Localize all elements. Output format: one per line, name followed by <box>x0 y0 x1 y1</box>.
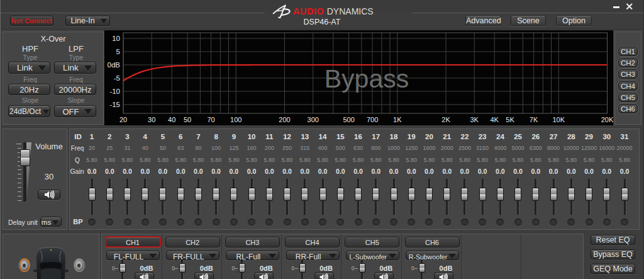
svg-text:50: 50 <box>184 116 191 123</box>
svg-text:-5: -5 <box>114 74 120 82</box>
svg-text:5K: 5K <box>506 116 514 123</box>
svg-text:30: 30 <box>148 116 155 123</box>
svg-text:100: 100 <box>230 116 242 123</box>
svg-text:70: 70 <box>207 116 214 123</box>
svg-text:20: 20 <box>119 116 127 123</box>
svg-text:10: 10 <box>112 35 120 42</box>
svg-text:500: 500 <box>343 116 354 123</box>
svg-text:-15: -15 <box>109 101 120 108</box>
svg-text:200: 200 <box>279 116 290 123</box>
svg-text:7K: 7K <box>530 116 538 123</box>
svg-text:10K: 10K <box>553 116 565 123</box>
svg-text:1K: 1K <box>393 116 402 123</box>
svg-text:Bypass: Bypass <box>325 64 409 93</box>
svg-text:-10: -10 <box>109 88 120 95</box>
svg-text:2K: 2K <box>441 116 450 123</box>
svg-text:4K: 4K <box>490 116 499 123</box>
svg-text:40: 40 <box>168 116 175 123</box>
svg-text:20K: 20K <box>601 116 613 123</box>
svg-text:300: 300 <box>308 116 319 123</box>
svg-text:5: 5 <box>116 48 120 55</box>
svg-text:0dB: 0dB <box>108 61 121 69</box>
svg-text:3K: 3K <box>470 116 479 123</box>
svg-text:700: 700 <box>367 116 378 123</box>
